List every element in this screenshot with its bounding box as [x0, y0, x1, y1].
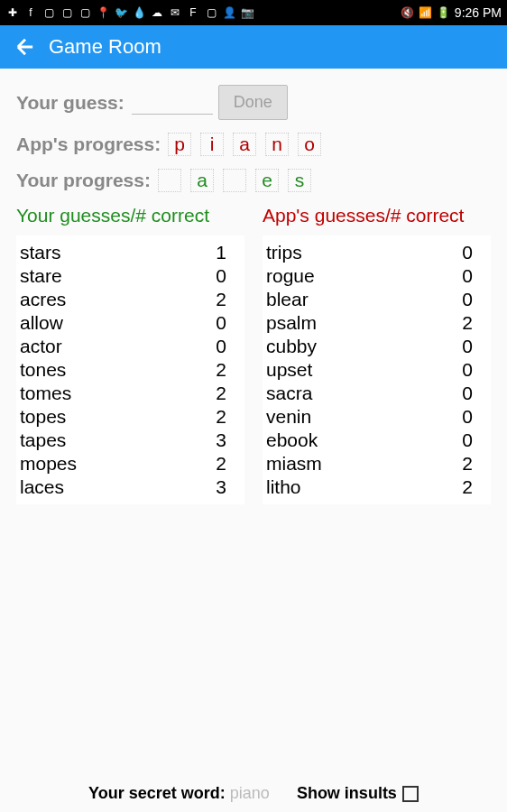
guess-row: stars1 — [16, 241, 244, 264]
tables-container: Your guesses/# correct stars1stare0acres… — [16, 205, 491, 504]
secret-word-value: piano — [230, 784, 270, 802]
guess-row: trips0 — [263, 241, 491, 264]
guess-count: 2 — [462, 476, 473, 498]
app-progress-label: App's progress: — [16, 134, 161, 155]
done-button[interactable]: Done — [218, 85, 288, 120]
guess-word: miasm — [266, 453, 322, 475]
your-progress-slots: a e s — [158, 169, 311, 192]
guess-count: 0 — [216, 265, 226, 287]
guess-word: psalm — [266, 312, 317, 334]
guess-word: stare — [20, 265, 62, 287]
your-progress-row: Your progress: a e s — [16, 169, 491, 192]
guess-word: ebook — [266, 429, 318, 451]
guess-row: tomes2 — [16, 382, 244, 405]
guess-row: actor0 — [16, 335, 244, 358]
calendar-icon: ▢ — [60, 5, 74, 20]
guess-row: topes2 — [16, 405, 244, 429]
guess-count: 0 — [462, 429, 473, 451]
clock-text: 9:26 PM — [455, 5, 502, 20]
guess-count: 2 — [216, 383, 226, 404]
app-progress-slots: p i a n o — [168, 133, 321, 156]
guess-word: stars — [20, 242, 61, 263]
guess-row: tones2 — [16, 358, 244, 382]
guess-row: litho2 — [263, 475, 491, 499]
guess-label: Your guess: — [16, 92, 124, 114]
app-bar: Game Room — [0, 25, 507, 69]
letter-slot: p — [168, 133, 191, 156]
location-icon: 📍 — [96, 5, 110, 20]
drop-icon: 💧 — [132, 5, 146, 20]
guess-row: allow0 — [16, 311, 244, 335]
mail-icon: ✉ — [168, 5, 182, 20]
chat-icon: ☁ — [150, 5, 164, 20]
show-insults-label: Show insults — [297, 784, 397, 803]
guess-word: venin — [266, 406, 311, 428]
guess-count: 0 — [462, 289, 473, 310]
guess-count: 0 — [216, 336, 226, 357]
facebook-icon: f — [23, 5, 38, 20]
your-progress-label: Your progress: — [16, 170, 151, 191]
guess-word: tomes — [20, 383, 71, 404]
show-insults-section: Show insults — [297, 784, 419, 803]
letter-slot: n — [265, 133, 289, 156]
letter-slot: o — [298, 133, 321, 156]
show-insults-checkbox[interactable] — [402, 786, 419, 802]
guess-count: 1 — [216, 242, 226, 263]
guess-count: 3 — [216, 429, 226, 451]
guess-word: mopes — [20, 453, 77, 475]
guess-row: laces3 — [16, 475, 244, 499]
wifi-icon: 📶 — [419, 5, 433, 20]
guess-count: 0 — [462, 359, 473, 381]
main-content: Your guess: Done App's progress: p i a n… — [0, 69, 507, 521]
guess-count: 0 — [462, 383, 473, 404]
guess-row: venin0 — [263, 405, 491, 429]
guess-row: sacra0 — [263, 382, 491, 405]
plus-icon: ✚ — [5, 5, 20, 20]
guess-word: laces — [20, 476, 64, 498]
guess-row: acres2 — [16, 288, 244, 311]
guess-count: 2 — [462, 453, 473, 475]
person-add-icon: 👤 — [222, 5, 236, 20]
page-title: Game Room — [49, 35, 161, 59]
secret-word-label: Your secret word: — [88, 784, 226, 802]
battery-icon: 🔋 — [437, 5, 451, 20]
mute-icon: 🔇 — [401, 5, 415, 20]
guess-row: stare0 — [16, 264, 244, 288]
guess-row: ebook0 — [263, 429, 491, 452]
guess-word: cubby — [266, 336, 317, 357]
guess-count: 2 — [462, 312, 473, 334]
guess-row: Your guess: Done — [16, 85, 491, 120]
guess-word: actor — [20, 336, 62, 357]
guess-row: cubby0 — [263, 335, 491, 358]
flipboard-icon: F — [186, 5, 200, 20]
letter-slot — [223, 169, 246, 192]
app-guesses-list: trips0rogue0blear0psalm2cubby0upset0sacr… — [263, 235, 491, 504]
app-guesses-header: App's guesses/# correct — [263, 205, 491, 235]
letter-slot: e — [255, 169, 279, 192]
letter-slot: s — [288, 169, 311, 192]
guess-word: trips — [266, 242, 302, 263]
your-guesses-list: stars1stare0acres2allow0actor0tones2tome… — [16, 235, 244, 504]
bottom-bar: Your secret word: piano Show insults — [0, 784, 507, 803]
camera-icon: 📷 — [240, 5, 254, 20]
guess-word: tones — [20, 359, 66, 381]
guess-count: 0 — [462, 265, 473, 287]
guess-word: sacra — [266, 383, 312, 404]
your-guesses-column: Your guesses/# correct stars1stare0acres… — [16, 205, 244, 504]
guess-input[interactable] — [132, 91, 213, 115]
guess-word: upset — [266, 359, 312, 381]
letter-slot — [158, 169, 181, 192]
letter-slot: a — [233, 133, 256, 156]
guess-word: tapes — [20, 429, 66, 451]
twitter-icon: 🐦 — [114, 5, 128, 20]
secret-word-section: Your secret word: piano — [88, 784, 270, 803]
guess-word: blear — [266, 289, 309, 310]
back-button[interactable] — [9, 31, 41, 63]
app-progress-row: App's progress: p i a n o — [16, 133, 491, 156]
guess-row: blear0 — [263, 288, 491, 311]
guess-row: miasm2 — [263, 452, 491, 475]
your-guesses-header: Your guesses/# correct — [16, 205, 244, 235]
status-bar: ✚ f ▢ ▢ ▢ 📍 🐦 💧 ☁ ✉ F ▢ 👤 📷 🔇 📶 🔋 9:26 P… — [0, 0, 507, 25]
letter-slot: i — [200, 133, 224, 156]
guess-count: 2 — [216, 453, 226, 475]
